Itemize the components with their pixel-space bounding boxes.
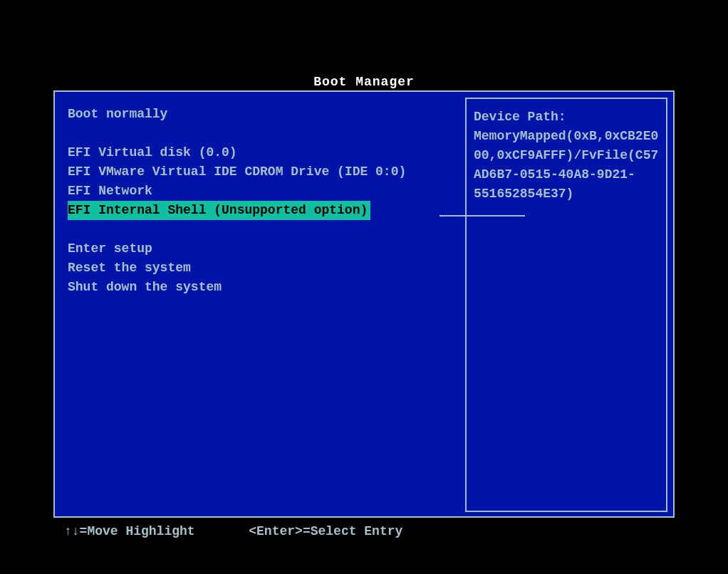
- menu-item-efi-virtual-disk[interactable]: EFI Virtual disk (0.0): [68, 143, 467, 162]
- menu-spacer: [68, 220, 467, 239]
- menu-item-efi-network[interactable]: EFI Network: [68, 182, 467, 201]
- menu-item-reset-system[interactable]: Reset the system: [68, 259, 467, 278]
- menu-spacer: [68, 124, 467, 143]
- menu-item-enter-setup[interactable]: Enter setup: [68, 239, 467, 259]
- menu-item-shutdown-system[interactable]: Shut down the system: [68, 278, 467, 297]
- hint-select: <Enter>=Select Entry: [249, 524, 402, 538]
- boot-menu: Boot normally EFI Virtual disk (0.0) EFI…: [68, 105, 467, 297]
- menu-item-efi-cdrom[interactable]: EFI VMware Virtual IDE CDROM Drive (IDE …: [68, 162, 467, 182]
- info-panel: Device Path: MemoryMapped(0xB,0xCB2E000,…: [465, 98, 667, 512]
- info-label: Device Path:: [474, 108, 659, 127]
- hint-move: ↑↓=Move Highlight: [64, 524, 195, 538]
- main-panel: Boot normally EFI Virtual disk (0.0) EFI…: [53, 90, 675, 518]
- menu-item-efi-internal-shell[interactable]: EFI Internal Shell (Unsupported option): [68, 201, 370, 220]
- page-title: Boot Manager: [0, 75, 728, 89]
- footer-hints: ↑↓=Move Highlight <Enter>=Select Entry: [64, 524, 402, 538]
- menu-item-boot-normally[interactable]: Boot normally: [68, 105, 467, 124]
- info-value: MemoryMapped(0xB,0xCB2E000,0xCF9AFFF)/Fv…: [474, 127, 659, 204]
